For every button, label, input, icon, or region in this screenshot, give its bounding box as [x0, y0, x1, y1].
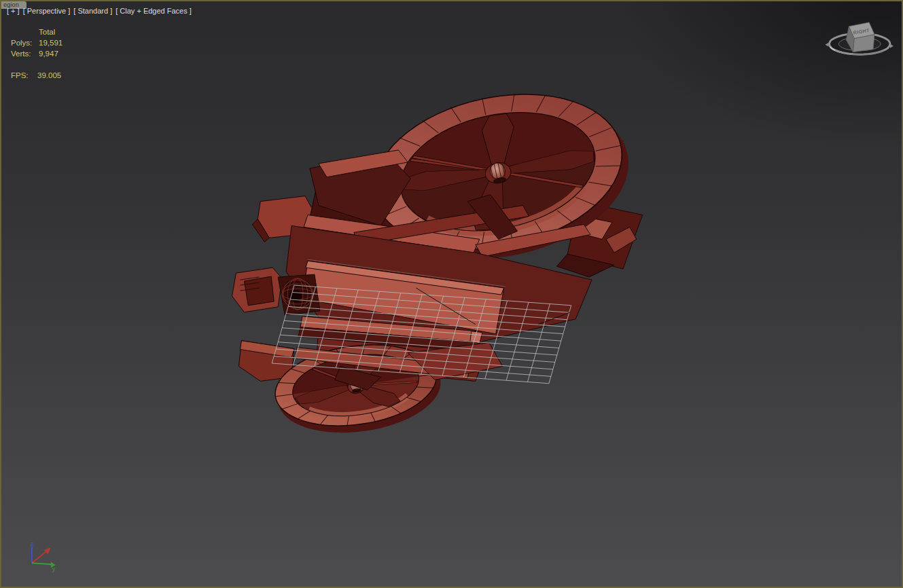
x-axis — [32, 550, 48, 563]
sensor-dome — [282, 278, 313, 310]
viewport-general-menu[interactable]: [ + ] — [7, 7, 20, 15]
viewport-render-preset-menu[interactable]: [ Standard ] — [73, 7, 112, 15]
stats-verts-label: Verts: — [11, 50, 31, 58]
viewcube[interactable]: RIGHT — [825, 22, 893, 55]
viewport-canvas[interactable]: RIGHT z y — [1, 1, 902, 587]
viewport-pov-menu[interactable]: [ Perspective ] — [23, 7, 71, 15]
world-axis-gizmo: z y — [30, 540, 56, 572]
z-axis-label: z — [31, 540, 34, 547]
stats-total-header: Total — [39, 28, 55, 36]
stats-verts-value: 9,947 — [39, 50, 58, 58]
viewport-label: [ + ] [ Perspective ] [ Standard ] [ Cla… — [7, 7, 192, 15]
stats-fps-label: FPS: — [11, 71, 29, 79]
y-axis — [32, 563, 52, 564]
stats-polys-value: 19,591 — [39, 39, 63, 47]
perspective-viewport[interactable]: RIGHT z y egion [ + ] [ Perspective ] [ … — [0, 0, 903, 588]
drone-model[interactable] — [232, 71, 643, 443]
viewport-shading-menu[interactable]: [ Clay + Edged Faces ] — [116, 7, 192, 15]
stats-fps-value: 39.005 — [37, 71, 61, 79]
y-axis-label: y — [52, 566, 56, 572]
stats-polys-label: Polys: — [11, 39, 32, 47]
viewcube-cube[interactable]: RIGHT — [846, 22, 874, 52]
